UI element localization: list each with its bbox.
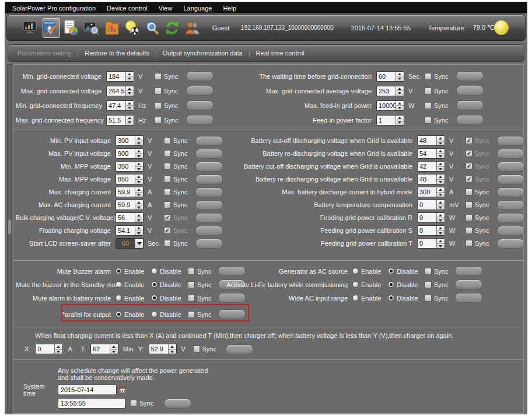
- value-input[interactable]: 1: [376, 115, 404, 125]
- spinner-up-icon[interactable]: [126, 86, 134, 92]
- disable-radio[interactable]: [151, 281, 158, 288]
- apply-button[interactable]: Apply: [226, 344, 253, 354]
- spinner-up-icon[interactable]: [135, 226, 143, 231]
- spinner-up-icon[interactable]: [135, 174, 143, 180]
- sync-checkbox[interactable]: [466, 227, 473, 234]
- spinner-up-icon[interactable]: [126, 72, 134, 77]
- spinner[interactable]: [436, 213, 444, 222]
- device-config-icon[interactable]: [43, 18, 60, 38]
- sync-checkbox[interactable]: [155, 73, 162, 80]
- spinner-up-icon[interactable]: [437, 162, 444, 167]
- spinner-down-icon[interactable]: [437, 154, 444, 159]
- spinner-down-icon[interactable]: [135, 231, 143, 236]
- spinner[interactable]: [436, 136, 444, 145]
- apply-button[interactable]: Apply: [455, 293, 482, 303]
- spinner[interactable]: [436, 162, 444, 171]
- spinner-up-icon[interactable]: [437, 174, 444, 180]
- spinner[interactable]: [396, 72, 404, 81]
- spinner-down-icon[interactable]: [437, 193, 444, 197]
- apply-button[interactable]: Apply: [456, 71, 484, 81]
- snapshot-icon[interactable]: [83, 18, 100, 38]
- value-input[interactable]: 350: [116, 161, 144, 172]
- sync-checkbox[interactable]: [164, 137, 171, 144]
- spinner-down-icon[interactable]: [135, 180, 143, 184]
- sync-checkbox[interactable]: [466, 214, 473, 221]
- sync-checkbox[interactable]: [466, 240, 473, 247]
- apply-button[interactable]: Apply: [497, 174, 524, 184]
- value-input[interactable]: 264.5: [106, 86, 134, 96]
- spinner-down-icon[interactable]: [437, 231, 444, 236]
- value-input[interactable]: 47.4: [106, 100, 134, 111]
- sync-checkbox[interactable]: [130, 400, 137, 407]
- value-input[interactable]: 59.9: [116, 187, 144, 197]
- spinner[interactable]: [436, 174, 444, 184]
- logbook-icon[interactable]: [103, 18, 121, 38]
- spinner-down-icon[interactable]: [396, 76, 404, 81]
- spinner-up-icon[interactable]: [110, 344, 118, 350]
- value-input[interactable]: 0: [417, 238, 445, 249]
- spinner-down-icon[interactable]: [396, 106, 404, 110]
- time-input[interactable]: 13:55:55: [58, 398, 125, 408]
- sync-checkbox[interactable]: [466, 163, 473, 170]
- spinner[interactable]: [135, 226, 143, 235]
- enable-radio[interactable]: [352, 281, 359, 288]
- report-icon[interactable]: [63, 18, 80, 38]
- spinner[interactable]: [135, 187, 143, 197]
- sync-checkbox[interactable]: [425, 281, 432, 288]
- sync-checkbox[interactable]: [425, 102, 432, 109]
- spinner[interactable]: [135, 149, 143, 158]
- spinner-down-icon[interactable]: [135, 218, 143, 223]
- spinner-up-icon[interactable]: [437, 239, 444, 244]
- spinner[interactable]: [125, 116, 134, 125]
- monitor-chart-icon[interactable]: [22, 18, 40, 38]
- spinner-up-icon[interactable]: [55, 344, 62, 350]
- apply-button[interactable]: Apply: [456, 86, 484, 96]
- scrollbar-thumb[interactable]: [8, 220, 11, 234]
- spinner-up-icon[interactable]: [437, 200, 444, 205]
- enable-radio[interactable]: [352, 268, 359, 274]
- spinner-up-icon[interactable]: [126, 116, 134, 121]
- apply-button[interactable]: Apply: [455, 266, 482, 276]
- calendar-icon[interactable]: [119, 386, 126, 393]
- value-input[interactable]: 300: [116, 135, 144, 146]
- menu-item[interactable]: View: [159, 5, 173, 12]
- spinner[interactable]: [135, 213, 143, 222]
- spinner[interactable]: [396, 101, 404, 110]
- spinner-down-icon[interactable]: [437, 218, 444, 223]
- value-input[interactable]: 253: [376, 86, 404, 96]
- apply-button[interactable]: Apply: [456, 115, 484, 125]
- value-input[interactable]: 48: [417, 174, 445, 184]
- spinner-down-icon[interactable]: [135, 154, 143, 159]
- date-input[interactable]: 2015-07-14: [58, 385, 117, 395]
- sync-checkbox[interactable]: [164, 240, 171, 247]
- sync-checkbox[interactable]: [164, 227, 171, 234]
- spinner[interactable]: [168, 344, 176, 354]
- spinner-down-icon[interactable]: [135, 205, 143, 210]
- menu-item[interactable]: Language: [183, 5, 212, 12]
- value-input[interactable]: 850: [116, 174, 144, 184]
- sync-checkbox[interactable]: [155, 117, 162, 124]
- value-input[interactable]: 54: [417, 148, 445, 159]
- sync-checkbox[interactable]: [466, 188, 473, 195]
- value-input[interactable]: 51.5: [106, 115, 134, 125]
- value-input[interactable]: 62: [90, 344, 118, 354]
- spinner-down-icon[interactable]: [126, 120, 134, 125]
- apply-button[interactable]: Apply: [497, 226, 524, 236]
- spinner-up-icon[interactable]: [437, 187, 444, 193]
- users-icon[interactable]: [184, 18, 201, 38]
- disable-radio[interactable]: [151, 268, 158, 274]
- left-scrollbar[interactable]: [7, 64, 12, 413]
- apply-button[interactable]: Apply: [497, 187, 524, 197]
- sync-checkbox[interactable]: [193, 345, 200, 352]
- sync-checkbox[interactable]: [466, 137, 473, 144]
- spinner[interactable]: [125, 86, 134, 96]
- spinner[interactable]: [135, 174, 143, 184]
- value-input[interactable]: 52.9: [149, 344, 177, 354]
- spinner-down-icon[interactable]: [396, 91, 404, 96]
- value-input[interactable]: 60: [376, 71, 404, 82]
- menu-item[interactable]: Device control: [107, 5, 148, 12]
- spinner-up-icon[interactable]: [437, 136, 444, 141]
- spinner[interactable]: [436, 200, 444, 209]
- spinner-down-icon[interactable]: [437, 141, 444, 146]
- spinner[interactable]: [436, 226, 444, 235]
